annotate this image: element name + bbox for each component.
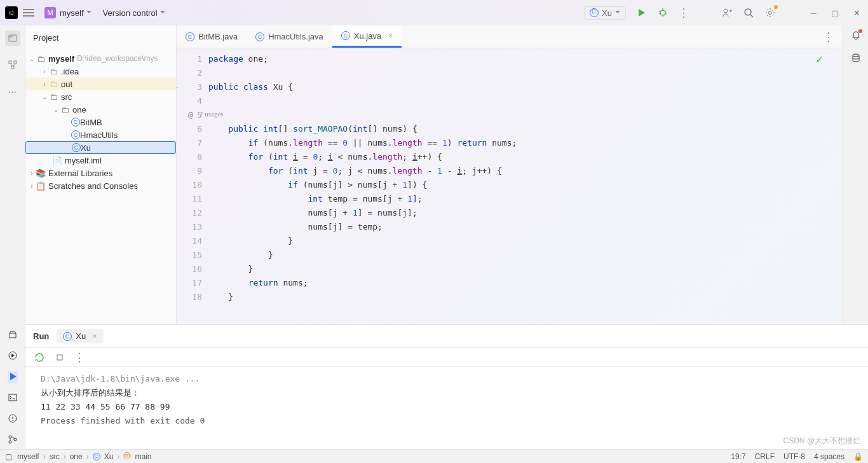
- tree-out[interactable]: ›🗀 out: [25, 78, 176, 90]
- tree-root[interactable]: ⌄🗀 myself D:\idea_workspace\mys: [25, 52, 176, 65]
- run-toolbar: ⋮: [25, 348, 868, 367]
- more-icon[interactable]: ⋮: [74, 350, 86, 364]
- close-icon[interactable]: ✕: [850, 6, 863, 19]
- chevron-down-icon: [160, 8, 165, 18]
- stop-button[interactable]: [53, 351, 66, 364]
- search-icon[interactable]: [742, 6, 755, 19]
- vcs-tool-icon[interactable]: [8, 434, 18, 446]
- vcs-label: Version control: [103, 8, 158, 18]
- svg-rect-14: [9, 61, 11, 64]
- tab-hmac[interactable]: C HmacUtils.java: [247, 25, 332, 48]
- svg-point-25: [9, 436, 11, 438]
- svg-point-24: [12, 420, 13, 421]
- run-tool-icon[interactable]: [8, 371, 18, 384]
- status-bar: ▢ myself› src› one› C Xu› ⓜ main 19:7 CR…: [0, 449, 868, 463]
- class-icon: C: [63, 332, 72, 341]
- class-icon: C: [72, 143, 81, 152]
- svg-rect-16: [11, 66, 14, 69]
- project-name: myself: [60, 8, 84, 18]
- bottom-left-rail: [0, 324, 25, 449]
- tree-src[interactable]: ⌄🗀 src: [25, 90, 176, 103]
- build-tool-icon[interactable]: [8, 329, 18, 342]
- breadcrumb[interactable]: myself› src› one› C Xu› ⓜ main: [17, 451, 151, 462]
- code-with-me-icon[interactable]: [721, 6, 733, 19]
- tree-idea[interactable]: ›🗀 .idea: [25, 65, 176, 78]
- main-menu-button[interactable]: [23, 9, 34, 17]
- svg-line-11: [750, 15, 753, 17]
- left-tool-rail: ⋯: [0, 25, 25, 324]
- tree-scratches[interactable]: ›📋 Scratches and Consoles: [25, 179, 176, 192]
- svg-point-7: [724, 9, 728, 13]
- cursor-position[interactable]: 19:7: [731, 452, 745, 461]
- svg-point-12: [769, 11, 772, 15]
- svg-point-19: [853, 54, 859, 57]
- right-tool-rail: [843, 25, 868, 324]
- structure-tool-icon[interactable]: [5, 57, 20, 73]
- indent-status[interactable]: 4 spaces: [814, 452, 844, 461]
- maximize-icon[interactable]: ▢: [829, 6, 841, 19]
- project-tree: ⌄🗀 myself D:\idea_workspace\mys ›🗀 .idea…: [25, 50, 176, 324]
- minimize-icon[interactable]: ─: [807, 6, 820, 19]
- close-icon[interactable]: ×: [92, 331, 97, 341]
- tree-class-hmac[interactable]: C HmacUtils: [25, 128, 176, 141]
- close-tab-icon[interactable]: ×: [388, 31, 393, 41]
- panel-title: Project: [33, 33, 58, 43]
- run-panel: Run C Xu × ⋮ D:\Java\jdk-1.8\bin\java.ex…: [25, 324, 868, 449]
- code-editor[interactable]: package one; public class Xu { public in…: [208, 48, 843, 324]
- svg-point-10: [745, 9, 751, 15]
- svg-line-18: [13, 64, 15, 66]
- problems-icon[interactable]: [8, 413, 18, 425]
- svg-point-26: [9, 441, 11, 443]
- run-config-selector[interactable]: Xu: [584, 6, 626, 20]
- readonly-icon[interactable]: 🔒: [853, 452, 863, 461]
- svg-line-17: [10, 64, 13, 66]
- class-icon: C: [71, 118, 80, 127]
- line-separator[interactable]: CRLF: [755, 452, 775, 461]
- database-icon[interactable]: [851, 53, 861, 65]
- rerun-button[interactable]: [33, 351, 46, 364]
- class-icon: C: [341, 31, 350, 40]
- svg-rect-28: [57, 355, 62, 360]
- tree-class-bitmb[interactable]: C BitMB: [25, 116, 176, 128]
- analysis-ok-icon[interactable]: ✓: [815, 53, 824, 66]
- run-panel-title: Run: [33, 331, 49, 341]
- settings-icon[interactable]: [764, 6, 776, 19]
- debug-button[interactable]: [656, 6, 669, 19]
- tree-ext-lib[interactable]: ›📚 External Libraries: [25, 167, 176, 179]
- editor-area: C BitMB.java C HmacUtils.java C Xu.java …: [177, 25, 843, 324]
- run-tab[interactable]: C Xu ×: [57, 329, 104, 343]
- class-icon: C: [71, 130, 80, 139]
- project-panel-header[interactable]: Project: [25, 25, 176, 50]
- console-output[interactable]: D:\Java\jdk-1.8\bin\java.exe ... 从小到大排序后…: [25, 367, 868, 449]
- svg-point-27: [14, 438, 17, 441]
- tab-xu[interactable]: C Xu.java ×: [332, 25, 402, 48]
- editor-tabs: C BitMB.java C HmacUtils.java C Xu.java …: [177, 25, 843, 48]
- watermark: CSDN @大大不想摆烂: [783, 436, 860, 446]
- chevron-down-icon: [86, 8, 92, 18]
- tree-iml[interactable]: 📄 myself.iml: [25, 154, 176, 167]
- project-tool-icon[interactable]: [5, 31, 20, 46]
- svg-rect-21: [9, 394, 17, 401]
- services-icon[interactable]: [8, 350, 18, 363]
- tab-bitmb[interactable]: C BitMB.java: [177, 25, 247, 48]
- notifications-icon[interactable]: [851, 31, 861, 43]
- run-button[interactable]: [635, 6, 648, 19]
- project-dropdown[interactable]: myself: [60, 8, 92, 18]
- terminal-icon[interactable]: [8, 392, 18, 404]
- more-tool-icon[interactable]: ⋯: [5, 84, 20, 99]
- tabs-more[interactable]: ⋮: [823, 30, 835, 44]
- project-badge: M: [44, 7, 56, 18]
- editor-gutter[interactable]: 1 2 ▶3 4 2 usages @5 6 7 8 9 10 11 12 13…: [177, 48, 208, 324]
- tree-class-xu[interactable]: C Xu: [25, 141, 176, 154]
- class-icon: C: [186, 32, 194, 41]
- svg-rect-15: [14, 61, 17, 64]
- app-logo: IJ: [5, 6, 18, 19]
- run-config-name: Xu: [602, 8, 612, 18]
- title-bar: IJ M myself Version control Xu ⋮: [0, 0, 868, 25]
- file-encoding[interactable]: UTF-8: [783, 452, 805, 461]
- chevron-down-icon: [615, 8, 620, 18]
- class-icon: C: [255, 32, 264, 41]
- vcs-dropdown[interactable]: Version control: [103, 8, 165, 18]
- more-actions[interactable]: ⋮: [678, 6, 690, 20]
- tree-pkg[interactable]: ⌄🗀 one: [25, 103, 176, 116]
